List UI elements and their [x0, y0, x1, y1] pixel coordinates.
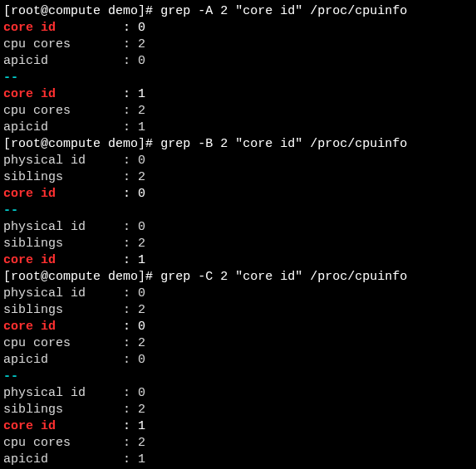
output-row: core id : 1 — [3, 252, 473, 269]
output-row: core id : 0 — [3, 20, 473, 37]
terminal-output: [root@compute demo]# grep -A 2 "core id"… — [3, 3, 473, 468]
output-row: core id : 1 — [3, 418, 473, 435]
command-a: grep -A 2 "core id" /proc/cpuinfo — [160, 4, 407, 18]
grep-separator: -- — [3, 369, 473, 385]
output-row: apicid : 0 — [3, 352, 473, 369]
output-row: siblings : 2 — [3, 236, 473, 252]
prompt-line-3[interactable]: [root@compute demo]# grep -C 2 "core id"… — [3, 269, 473, 286]
output-row: physical id : 0 — [3, 385, 473, 402]
output-row: core id : 0 — [3, 186, 473, 203]
grep-separator: -- — [3, 203, 473, 219]
prompt-line-1[interactable]: [root@compute demo]# grep -A 2 "core id"… — [3, 3, 473, 20]
output-row: physical id : 0 — [3, 219, 473, 236]
output-row: apicid : 1 — [3, 120, 473, 136]
output-row: apicid : 1 — [3, 452, 473, 468]
output-row: physical id : 0 — [3, 286, 473, 302]
output-row: apicid : 0 — [3, 53, 473, 70]
output-row: cpu cores : 2 — [3, 335, 473, 352]
grep-separator: -- — [3, 70, 473, 86]
command-c: grep -C 2 "core id" /proc/cpuinfo — [160, 270, 407, 284]
output-row: siblings : 2 — [3, 402, 473, 418]
output-row: siblings : 2 — [3, 169, 473, 186]
output-row: core id : 0 — [3, 319, 473, 335]
output-row: cpu cores : 2 — [3, 103, 473, 120]
command-b: grep -B 2 "core id" /proc/cpuinfo — [160, 137, 407, 151]
output-row: siblings : 2 — [3, 302, 473, 319]
output-row: physical id : 0 — [3, 153, 473, 169]
output-row: cpu cores : 2 — [3, 435, 473, 452]
output-row: core id : 1 — [3, 86, 473, 103]
prompt-line-2[interactable]: [root@compute demo]# grep -B 2 "core id"… — [3, 136, 473, 153]
output-row: cpu cores : 2 — [3, 37, 473, 53]
